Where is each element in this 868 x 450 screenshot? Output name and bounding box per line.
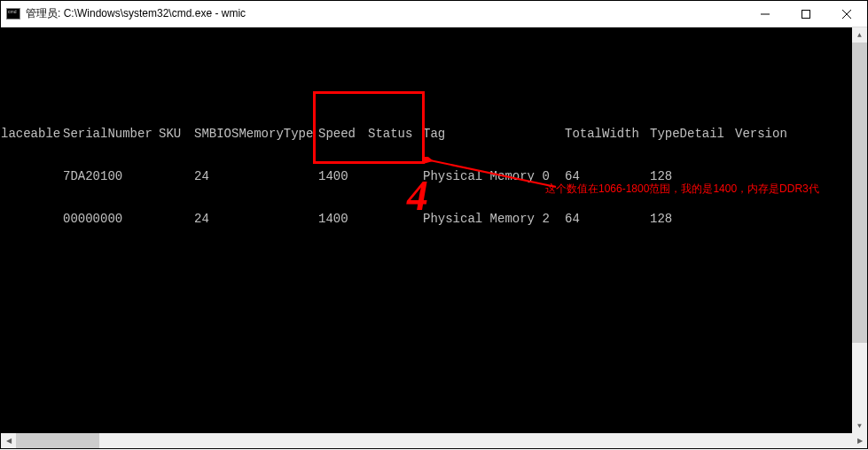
terminal-client: laceableSerialNumberSKUSMBIOSMemoryTypeS… (1, 27, 867, 433)
col-laceable: laceable (1, 127, 63, 141)
col-sku: SKU (159, 127, 194, 141)
hscroll-thumb[interactable] (16, 433, 99, 448)
col-version: Version (735, 127, 806, 141)
col-serialnumber: SerialNumber (63, 127, 159, 141)
terminal-output[interactable]: laceableSerialNumberSKUSMBIOSMemoryTypeS… (1, 27, 852, 433)
maximize-button[interactable] (786, 1, 826, 27)
col-typedetail: TypeDetail (650, 127, 735, 141)
minimize-button[interactable] (745, 1, 786, 27)
col-totalwidth: TotalWidth (565, 127, 650, 141)
scroll-right-button[interactable]: ▶ (852, 433, 867, 448)
titlebar[interactable]: 管理员: C:\Windows\system32\cmd.exe - wmic (1, 1, 867, 27)
close-button[interactable] (826, 1, 867, 27)
horizontal-scrollbar[interactable]: ◀ ▶ (1, 433, 867, 448)
scroll-up-button[interactable]: ▲ (852, 27, 867, 43)
table-header-row: laceableSerialNumberSKUSMBIOSMemoryTypeS… (1, 127, 852, 141)
col-speed: Speed (318, 127, 368, 141)
close-icon (842, 10, 851, 19)
vertical-scrollbar[interactable]: ▲ ▼ (852, 27, 867, 433)
window-title: 管理员: C:\Windows\system32\cmd.exe - wmic (26, 6, 745, 21)
annotation-text: 这个数值在1066-1800范围，我的是1400，内存是DDR3代 (545, 182, 819, 197)
maximize-icon (802, 10, 810, 19)
cmd-icon (6, 8, 20, 19)
col-status: Status (368, 127, 423, 141)
minimize-icon (761, 10, 770, 19)
scroll-left-button[interactable]: ◀ (1, 433, 16, 448)
col-tag: Tag (423, 127, 565, 141)
scroll-down-button[interactable]: ▼ (852, 418, 867, 433)
vscroll-thumb[interactable] (852, 43, 867, 343)
cmd-window: 管理员: C:\Windows\system32\cmd.exe - wmic … (0, 0, 868, 449)
window-controls (745, 1, 867, 27)
hscroll-track[interactable] (16, 433, 852, 448)
step-number: 4 (407, 171, 428, 220)
col-smbiosmemtype: SMBIOSMemoryType (194, 127, 318, 141)
vscroll-track[interactable] (852, 43, 867, 418)
svg-rect-1 (802, 10, 810, 18)
